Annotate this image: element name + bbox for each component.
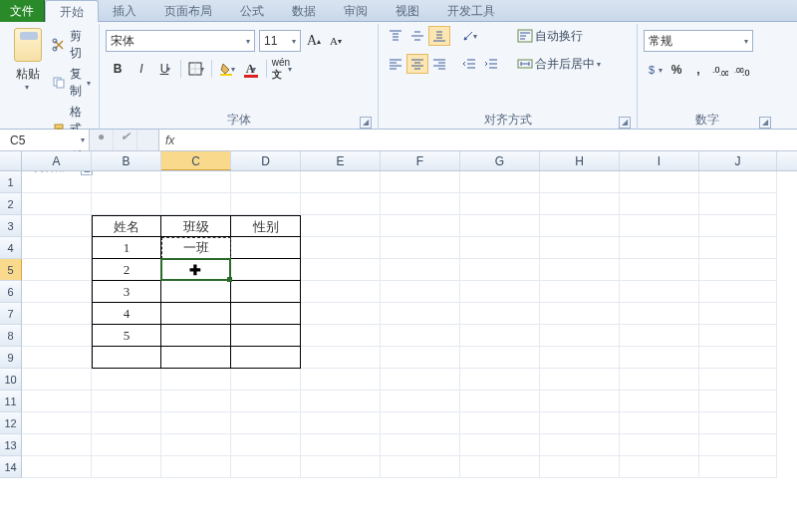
cell-D4[interactable] — [231, 237, 301, 259]
row-header-3[interactable]: 3 — [0, 215, 22, 237]
cell-C4[interactable]: 一班 — [161, 237, 231, 259]
percent-button[interactable]: % — [665, 60, 687, 80]
col-header-G[interactable]: G — [460, 151, 540, 170]
cell-B3[interactable]: 姓名 — [92, 215, 161, 237]
col-header-B[interactable]: B — [92, 151, 161, 170]
cell-B7[interactable]: 4 — [92, 303, 161, 325]
paste-dropdown[interactable]: ▾ — [25, 83, 29, 92]
col-header-D[interactable]: D — [231, 151, 301, 170]
tab-insert[interactable]: 插入 — [99, 0, 150, 22]
cell-C9[interactable] — [161, 347, 231, 369]
decrease-indent-button[interactable] — [458, 54, 480, 74]
font-size-combo[interactable]: 11▾ — [259, 30, 301, 52]
border-button[interactable]: ▾ — [184, 58, 208, 80]
row-header-2[interactable]: 2 — [0, 193, 22, 215]
cell-D8[interactable] — [231, 325, 301, 347]
column-headers: A B C D E F G H I J — [0, 151, 797, 171]
row-header-14[interactable]: 14 — [0, 456, 22, 478]
align-middle-button[interactable] — [406, 26, 428, 46]
cell-C8[interactable] — [161, 325, 231, 347]
tab-review[interactable]: 审阅 — [330, 0, 382, 22]
italic-button[interactable]: I — [130, 58, 153, 80]
col-header-J[interactable]: J — [699, 151, 777, 170]
ribbon-tabs: 文件 开始 插入 页面布局 公式 数据 审阅 视图 开发工具 — [0, 0, 797, 22]
cut-button[interactable]: 剪切 — [52, 28, 91, 62]
cancel-fx-button[interactable]: ● — [90, 130, 114, 150]
cell-C5[interactable] — [161, 259, 231, 281]
tab-formulas[interactable]: 公式 — [226, 0, 278, 22]
align-right-button[interactable] — [428, 54, 450, 74]
cell-C7[interactable] — [161, 303, 231, 325]
tab-developer[interactable]: 开发工具 — [433, 0, 509, 22]
row-header-9[interactable]: 9 — [0, 347, 22, 369]
decrease-decimal-button[interactable]: .00.0 — [731, 60, 753, 80]
col-header-F[interactable]: F — [381, 151, 460, 170]
cell-D7[interactable] — [231, 303, 301, 325]
increase-indent-button[interactable] — [480, 54, 502, 74]
align-left-button[interactable] — [385, 54, 406, 74]
row-header-8[interactable]: 8 — [0, 325, 22, 347]
cell-C6[interactable] — [161, 281, 231, 303]
number-format-combo[interactable]: 常规▾ — [644, 30, 753, 52]
col-header-E[interactable]: E — [301, 151, 381, 170]
name-box[interactable]: C5▾ — [0, 130, 90, 150]
align-top-button[interactable] — [385, 26, 406, 46]
row-header-6[interactable]: 6 — [0, 281, 22, 303]
align-bottom-button[interactable] — [428, 26, 450, 46]
select-all-corner[interactable] — [0, 151, 22, 170]
decrease-font-button[interactable]: A▾ — [327, 31, 345, 51]
enter-fx-button[interactable]: ✔ — [114, 130, 137, 150]
font-color-button[interactable]: A▾ — [239, 58, 263, 80]
row-header-13[interactable]: 13 — [0, 434, 22, 456]
fill-color-button[interactable]: ▾ — [215, 58, 239, 80]
tab-home[interactable]: 开始 — [45, 0, 99, 22]
group-label-font: 字体 ◢ — [106, 110, 372, 132]
bold-button[interactable]: B — [106, 58, 130, 80]
row-header-5[interactable]: 5 — [0, 259, 22, 281]
col-header-H[interactable]: H — [540, 151, 620, 170]
accounting-format-button[interactable]: $▾ — [644, 60, 665, 80]
font-family-combo[interactable]: 宋体▾ — [106, 30, 255, 52]
cell-B4[interactable]: 1 — [92, 237, 161, 259]
row-header-11[interactable]: 11 — [0, 391, 22, 412]
alignment-launcher[interactable]: ◢ — [619, 117, 631, 129]
cells-area[interactable]: 姓名 班级 性别 1 一班 2 3 — [22, 171, 797, 478]
align-center-button[interactable] — [406, 54, 428, 74]
merge-center-button[interactable]: 合并后居中▾ — [512, 54, 606, 74]
increase-decimal-button[interactable]: .0.00 — [709, 60, 731, 80]
col-header-I[interactable]: I — [620, 151, 699, 170]
cell-D6[interactable] — [231, 281, 301, 303]
phonetic-button[interactable]: wén文▾ — [270, 58, 294, 80]
col-header-A[interactable]: A — [22, 151, 92, 170]
number-launcher[interactable]: ◢ — [759, 117, 771, 129]
cell-B8[interactable]: 5 — [92, 325, 161, 347]
cell-D5[interactable] — [231, 259, 301, 281]
orientation-button[interactable]: ▾ — [458, 26, 480, 46]
tab-page-layout[interactable]: 页面布局 — [150, 0, 226, 22]
row-header-10[interactable]: 10 — [0, 369, 22, 391]
wrap-text-button[interactable]: 自动换行 — [512, 26, 606, 46]
cell-B5[interactable]: 2 — [92, 259, 161, 281]
comma-button[interactable]: , — [687, 60, 709, 80]
copy-button[interactable]: 复制▾ — [52, 66, 91, 100]
svg-text:.00: .00 — [719, 70, 728, 77]
row-header-12[interactable]: 12 — [0, 412, 22, 434]
cell-B9[interactable] — [92, 347, 161, 369]
spreadsheet-grid[interactable]: A B C D E F G H I J 1 2 3 4 5 6 7 8 9 10… — [0, 151, 797, 478]
tab-view[interactable]: 视图 — [382, 0, 433, 22]
row-header-1[interactable]: 1 — [0, 171, 22, 193]
file-tab[interactable]: 文件 — [0, 0, 45, 22]
font-launcher[interactable]: ◢ — [360, 117, 372, 129]
number-format-value: 常规 — [649, 33, 672, 50]
col-header-C[interactable]: C — [161, 151, 231, 170]
tab-data[interactable]: 数据 — [278, 0, 330, 22]
cell-C3[interactable]: 班级 — [161, 215, 231, 237]
row-header-4[interactable]: 4 — [0, 237, 22, 259]
increase-font-button[interactable]: A▴ — [305, 31, 323, 51]
cell-D3[interactable]: 性别 — [231, 215, 301, 237]
row-header-7[interactable]: 7 — [0, 303, 22, 325]
fx-icon[interactable]: fx — [159, 133, 174, 147]
cell-B6[interactable]: 3 — [92, 281, 161, 303]
cell-D9[interactable] — [231, 347, 301, 369]
underline-button[interactable]: U▾ — [153, 58, 177, 80]
